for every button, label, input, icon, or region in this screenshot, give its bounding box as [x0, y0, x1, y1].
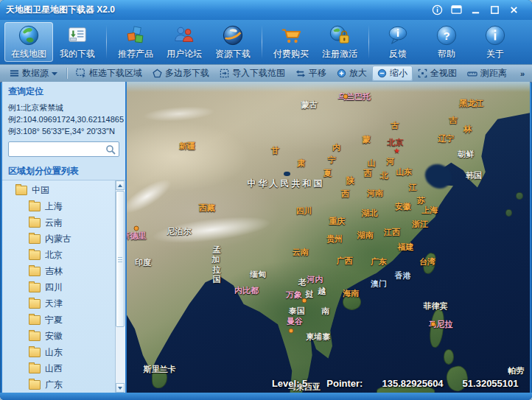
search-examples: 例1:北京紫禁城 例2:104.09691724,30.62114865 例3:…	[2, 100, 125, 140]
scroll-up-button[interactable]	[116, 180, 125, 190]
maptool-measure[interactable]: 测距离	[462, 66, 512, 81]
minimize-button[interactable]	[469, 4, 482, 15]
zoom-out-icon	[377, 69, 387, 78]
info-button[interactable]	[430, 4, 444, 15]
help-circle-icon: ?	[435, 24, 458, 46]
folder-icon	[29, 202, 41, 211]
skin-button[interactable]	[449, 4, 463, 15]
folder-icon	[29, 380, 41, 390]
toolbar-button-cart[interactable]: 付费购买	[267, 22, 315, 62]
tree-item-province[interactable]: 北京	[2, 247, 116, 263]
full-view-icon	[418, 69, 427, 78]
tree-item-province[interactable]: 山东	[2, 344, 116, 360]
city-dot	[134, 225, 139, 231]
example-line: 例1:北京紫禁城	[8, 102, 121, 113]
users-icon	[173, 24, 195, 46]
search-row	[8, 141, 119, 157]
maptool-rect-select[interactable]: 框选下载区域	[71, 66, 147, 81]
toolbar-button-label: 资源下载	[215, 48, 251, 60]
tree-item-root[interactable]: 中国	[2, 182, 116, 198]
scroll-down-button[interactable]	[116, 383, 125, 393]
city-dot	[343, 94, 349, 99]
maptool-import-range[interactable]: 导入下载范围	[214, 66, 290, 81]
folder-icon	[29, 331, 41, 341]
maptool-label: 全视图	[430, 67, 457, 80]
tree-item-label: 中国	[32, 184, 49, 197]
cart-icon	[280, 24, 302, 46]
city-dot	[301, 298, 307, 303]
tree-item-province[interactable]: 宁夏	[2, 312, 116, 328]
toolbar-button-cubes[interactable]: 推荐产品	[111, 22, 160, 62]
tree-item-province[interactable]: 四川	[2, 279, 116, 295]
maptoolbar-overflow-button[interactable]: »	[517, 69, 528, 78]
maptool-label: 测距离	[480, 67, 507, 80]
search-icon[interactable]	[103, 143, 118, 155]
toolbar-button-users[interactable]: 用户论坛	[160, 22, 209, 62]
toolbar-button-globe-resource[interactable]: 资源下载	[209, 22, 257, 62]
folder-icon	[29, 218, 41, 228]
toolbar-button-download-panel[interactable]: 我的下载	[53, 22, 102, 62]
tree-item-province[interactable]: 云南	[2, 214, 116, 231]
atmosphere-haze	[127, 82, 530, 92]
maptool-label: 导入下载范围	[232, 67, 285, 80]
pan-icon	[295, 69, 306, 78]
tree-item-province[interactable]: 广东	[2, 376, 116, 393]
maptool-zoom-out[interactable]: 缩小	[372, 66, 413, 81]
region-section-title: 区域划分位置列表	[2, 161, 125, 180]
folder-icon	[29, 267, 41, 276]
layers-icon	[10, 69, 19, 78]
feedback-bubble-icon	[387, 24, 409, 46]
hainan-island	[343, 294, 361, 309]
tree-scrollbar[interactable]	[115, 180, 125, 393]
tree-item-label: 内蒙古	[45, 233, 71, 245]
window-title: 天地图卫星地图下载器 X2.0	[6, 4, 430, 16]
pointer-latitude: 51.32055101	[463, 378, 519, 389]
visayas-island	[444, 349, 454, 365]
toolbar-separator	[106, 25, 107, 59]
folder-icon	[29, 315, 41, 325]
close-button[interactable]	[507, 4, 520, 15]
globe-lock-icon	[329, 24, 351, 46]
map-label: 香港	[395, 270, 411, 281]
scroll-thumb[interactable]	[116, 191, 125, 327]
app-window: 天地图卫星地图下载器 X2.0 在线地图我的下载推荐产品用户论坛资源下载付费购买…	[0, 0, 532, 400]
maptool-label: 数据源	[22, 67, 49, 80]
cubes-icon	[125, 24, 147, 46]
tree-item-province[interactable]: 上海	[2, 198, 116, 214]
search-section-title: 查询定位	[2, 82, 125, 100]
tree-item-label: 山东	[45, 346, 63, 359]
map-canvas[interactable]: 新疆黑龙江吉林辽宁内蒙古甘肃宁夏陕西山西河北山东河南江苏安徽上海湖北浙江重庆四川…	[127, 82, 530, 393]
folder-icon	[29, 250, 41, 260]
toolbar-button-globe-online[interactable]: 在线地图	[4, 22, 53, 62]
tree-item-label: 北京	[45, 249, 63, 262]
folder-icon	[29, 283, 41, 292]
toolbar-button-label: 付费购买	[273, 48, 309, 60]
maximize-button[interactable]	[488, 4, 501, 15]
maptool-label: 多边形下载	[165, 67, 209, 80]
maptool-zoom-in[interactable]: 放大	[332, 66, 372, 81]
maptool-layers[interactable]: 数据源	[4, 66, 63, 81]
tree-item-label: 吉林	[45, 265, 63, 278]
tree-item-province[interactable]: 山西	[2, 360, 116, 376]
maptool-label: 框选下载区域	[89, 67, 142, 80]
tree-item-label: 上海	[45, 200, 63, 213]
maptool-polygon[interactable]: 多边形下载	[147, 66, 214, 81]
tree-item-province[interactable]: 安徽	[2, 328, 116, 344]
about-circle-icon	[484, 24, 506, 46]
tree-item-province[interactable]: 内蒙古	[2, 231, 116, 247]
toolbar-button-feedback-bubble[interactable]: 反馈	[374, 22, 422, 62]
maptool-full-view[interactable]: 全视图	[413, 66, 462, 81]
example-line: 例3:108° 56′33″E,34° 20′33″N	[8, 125, 121, 137]
globe-resource-icon	[222, 24, 244, 46]
city-dot	[431, 321, 436, 326]
main-toolbar: 在线地图我的下载推荐产品用户论坛资源下载付费购买注册激活反馈?帮助关于	[0, 20, 532, 64]
maptool-pan[interactable]: 平移	[290, 66, 332, 81]
toolbar-button-about-circle[interactable]: 关于	[471, 22, 519, 62]
folder-icon	[29, 234, 41, 244]
toolbar-button-help-circle[interactable]: ?帮助	[422, 22, 471, 62]
tree-item-province[interactable]: 天津	[2, 295, 116, 312]
pointer-longitude: 135.82925604	[382, 378, 443, 389]
tree-item-province[interactable]: 吉林	[2, 263, 116, 279]
toolbar-button-globe-lock[interactable]: 注册激活	[315, 22, 364, 62]
globe-online-icon	[18, 24, 40, 46]
